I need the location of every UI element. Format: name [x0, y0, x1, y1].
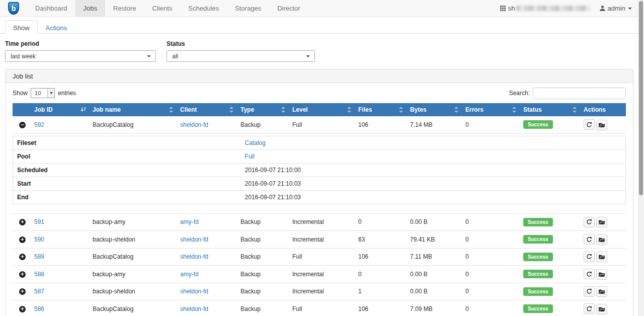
- nav-item-restore[interactable]: Restore: [105, 0, 144, 17]
- sort-icon[interactable]: [454, 107, 459, 113]
- expand-row-button[interactable]: +: [19, 288, 26, 295]
- files-cell: 106: [354, 300, 406, 316]
- filters-bar: Time period last week Status all: [5, 40, 633, 62]
- rerun-job-button[interactable]: [584, 252, 595, 262]
- time-period-value: last week: [11, 53, 36, 60]
- job-id-link[interactable]: 589: [34, 253, 44, 260]
- status-cell: Success: [519, 300, 580, 316]
- tab-show[interactable]: Show: [5, 20, 38, 34]
- job-name-cell: backup-sheldon: [89, 283, 176, 300]
- app-logo[interactable]: b: [0, 0, 27, 17]
- rerun-job-button[interactable]: [584, 119, 595, 130]
- rerun-job-button[interactable]: [584, 217, 595, 227]
- sort-icon[interactable]: [229, 107, 234, 113]
- client-link[interactable]: sheldon-fd: [180, 121, 208, 128]
- detail-field-row: Scheduled2016-09-07 21:10:00: [13, 163, 626, 177]
- job-name-cell: BackupCatalog: [89, 116, 176, 133]
- restore-files-button[interactable]: [596, 217, 607, 227]
- time-period-select[interactable]: last week: [5, 50, 156, 62]
- bytes-cell: 0.00 B: [406, 283, 461, 300]
- sort-icon[interactable]: [347, 107, 352, 113]
- client-link[interactable]: sheldon-fd: [180, 236, 208, 243]
- client-link[interactable]: sheldon-fd: [180, 288, 208, 295]
- sort-icon[interactable]: [169, 107, 174, 113]
- detail-field-row: End2016-09-07 21:10:03: [13, 190, 626, 204]
- job-id-link[interactable]: 590: [34, 236, 44, 243]
- status-select[interactable]: all: [167, 50, 315, 62]
- job-id-link[interactable]: 592: [34, 121, 44, 128]
- job-table-header-row: Job IDJob nameClientTypeLevelFilesBytesE…: [13, 103, 626, 116]
- expand-row-button[interactable]: +: [19, 219, 26, 225]
- sort-icon[interactable]: [512, 107, 517, 113]
- rerun-job-button[interactable]: [584, 303, 595, 314]
- restore-files-button[interactable]: [596, 304, 607, 314]
- column-header-errors[interactable]: Errors: [461, 103, 519, 116]
- detail-field-label: Start: [13, 177, 241, 190]
- table-row: +590backup-sheldonsheldon-fdBackupIncrem…: [13, 231, 626, 249]
- level-cell: Incremental: [288, 213, 354, 231]
- expand-row-button[interactable]: +: [19, 254, 26, 260]
- column-header-client[interactable]: Client: [176, 103, 236, 116]
- host-prefix-text: sh: [508, 5, 515, 12]
- type-cell: Backup: [236, 248, 288, 266]
- page-size-select[interactable]: 10: [31, 88, 55, 98]
- level-cell: Incremental: [288, 266, 354, 283]
- restore-files-button[interactable]: [596, 269, 607, 280]
- status-filter: Status all: [167, 40, 315, 62]
- client-link[interactable]: sheldon-fd: [180, 253, 208, 260]
- job-id-link[interactable]: 587: [34, 288, 44, 295]
- host-indicator[interactable]: sh: [500, 5, 590, 12]
- client-cell: amy-fd: [176, 213, 236, 231]
- restore-files-button[interactable]: [596, 234, 607, 245]
- scrollbar[interactable]: [638, 0, 644, 316]
- scrollbar-thumb[interactable]: [639, 1, 643, 195]
- expanded-detail-row: FilesetCatalogPoolFullScheduled2016-09-0…: [13, 133, 626, 213]
- sort-icon[interactable]: [281, 107, 286, 113]
- nav-item-dashboard[interactable]: Dashboard: [27, 0, 75, 17]
- job-id-link[interactable]: 588: [34, 271, 44, 278]
- page-length-control: Show 10 entries: [13, 88, 76, 98]
- bytes-cell: 0.00 B: [406, 213, 461, 231]
- column-header-bytes[interactable]: Bytes: [406, 103, 461, 116]
- nav-item-storages[interactable]: Storages: [227, 0, 269, 17]
- sort-icon[interactable]: [573, 107, 577, 113]
- expand-cell: +: [13, 231, 30, 249]
- job-id-link[interactable]: 586: [34, 305, 44, 312]
- nav-item-schedules[interactable]: Schedules: [180, 0, 227, 17]
- status-badge: Success: [523, 253, 553, 261]
- rerun-job-button[interactable]: [584, 286, 595, 297]
- client-link[interactable]: amy-fd: [180, 271, 199, 278]
- restore-files-button[interactable]: [596, 252, 607, 262]
- detail-value-link[interactable]: Catalog: [245, 139, 266, 146]
- column-header-level[interactable]: Level: [288, 103, 354, 116]
- nav-item-clients[interactable]: Clients: [144, 0, 181, 17]
- user-menu[interactable]: admin: [599, 5, 632, 12]
- sort-desc-icon[interactable]: [80, 107, 87, 114]
- restore-files-button[interactable]: [596, 286, 607, 297]
- job-id-link[interactable]: 591: [34, 218, 44, 225]
- rerun-job-button[interactable]: [584, 234, 595, 245]
- tab-actions[interactable]: Actions: [38, 20, 75, 34]
- column-header-type[interactable]: Type: [236, 103, 288, 116]
- expand-row-button[interactable]: +: [19, 236, 26, 243]
- client-link[interactable]: sheldon-fd: [180, 305, 208, 312]
- restore-files-button[interactable]: [596, 120, 607, 130]
- collapse-row-button[interactable]: −: [19, 122, 26, 128]
- expand-row-button[interactable]: +: [19, 271, 26, 278]
- column-header-files[interactable]: Files: [354, 103, 406, 116]
- rerun-job-button[interactable]: [584, 269, 595, 279]
- expand-row-button[interactable]: +: [19, 306, 26, 312]
- nav-item-director[interactable]: Director: [269, 0, 308, 17]
- job-list-panel: Job list Show 10 entries Search:: [5, 69, 633, 316]
- column-header-job-name[interactable]: Job name: [89, 103, 176, 116]
- sort-icon[interactable]: [399, 107, 404, 113]
- search-input[interactable]: [533, 88, 626, 99]
- errors-cell: 0: [461, 116, 519, 133]
- client-link[interactable]: amy-fd: [180, 218, 199, 225]
- detail-value-link[interactable]: Full: [245, 153, 255, 160]
- column-header-status[interactable]: Status: [519, 103, 580, 116]
- errors-cell: 0: [461, 248, 519, 266]
- nav-item-jobs[interactable]: Jobs: [75, 0, 105, 17]
- detail-field-value: 2016-09-07 21:10:03: [241, 190, 626, 204]
- column-header-job-id[interactable]: Job ID: [30, 103, 89, 116]
